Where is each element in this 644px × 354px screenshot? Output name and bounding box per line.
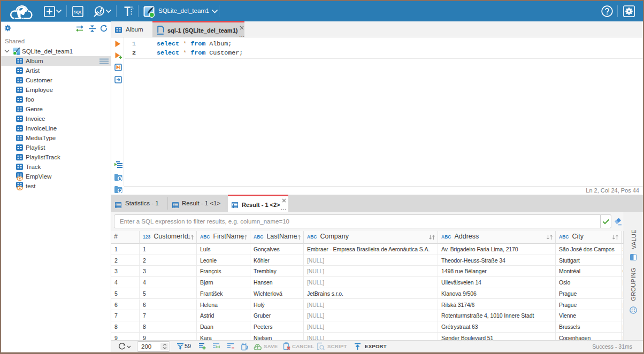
svg-text:SQL: SQL xyxy=(74,10,82,14)
